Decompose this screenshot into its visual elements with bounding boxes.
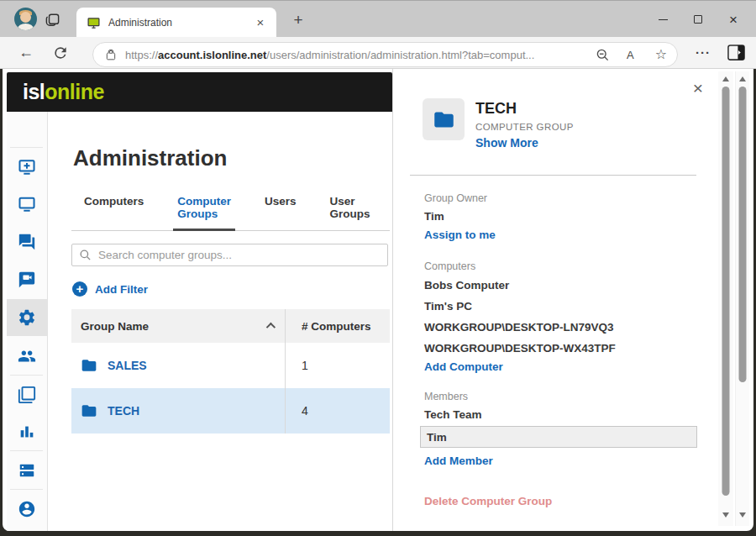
browser-menu-button[interactable]: ··· xyxy=(692,44,714,64)
avatar-body xyxy=(18,24,34,30)
add-computer-icon xyxy=(18,158,36,176)
add-filter-button[interactable]: + Add Filter xyxy=(72,281,148,297)
window-maximize-button[interactable] xyxy=(680,7,716,32)
tab-user-groups[interactable]: User Groups xyxy=(326,195,375,230)
sidebar-item-settings[interactable] xyxy=(7,299,47,336)
reports-bar-chart-icon xyxy=(18,423,36,441)
browser-tab-strip: Administration × + × xyxy=(0,0,756,37)
table-header-row: Group Name # Computers xyxy=(71,309,390,343)
sidebar-item-copy-sessions[interactable] xyxy=(7,376,47,413)
users-icon xyxy=(18,347,36,365)
settings-gear-icon xyxy=(18,308,36,327)
assign-to-me-link[interactable]: Assign to me xyxy=(424,229,496,241)
server-icon xyxy=(18,461,36,480)
tab-close-icon[interactable]: × xyxy=(253,15,268,30)
admin-tabs: Computers Computer Groups Users User Gro… xyxy=(71,195,390,231)
tab-users[interactable]: Users xyxy=(260,195,301,230)
group-detail-panel: × TECH COMPUTER GROUP Show More Group Ow… xyxy=(392,69,718,531)
sidebar-item-users[interactable] xyxy=(7,338,47,375)
sidebar-divider xyxy=(10,450,43,451)
tab-computer-groups[interactable]: Computer Groups xyxy=(173,195,235,231)
plus-circle-icon: + xyxy=(72,281,87,297)
logo-online: online xyxy=(45,80,104,103)
chat-icon xyxy=(18,233,36,251)
tab-favicon-monitor-icon xyxy=(87,16,101,30)
app-sidebar xyxy=(7,112,48,531)
sidebar-item-add-computer[interactable] xyxy=(7,149,47,186)
group-owner-value: Tim xyxy=(424,210,444,223)
window-minimize-button[interactable] xyxy=(645,7,680,32)
window-close-button[interactable]: × xyxy=(716,7,751,32)
sidebar-divider xyxy=(10,375,43,376)
column-header-group-name[interactable]: Group Name xyxy=(71,309,285,343)
computers-icon xyxy=(18,195,36,213)
panel-close-icon[interactable]: × xyxy=(689,80,707,98)
sidebar-item-reports[interactable] xyxy=(7,413,47,450)
search-icon xyxy=(79,249,92,261)
workspaces-icon[interactable] xyxy=(45,12,60,28)
member-item: Tech Team xyxy=(424,408,482,421)
computer-item: Tim's PC xyxy=(424,300,472,313)
window-controls: × xyxy=(645,1,751,38)
minimize-icon xyxy=(659,19,668,20)
column-header-computers[interactable]: # Computers xyxy=(285,309,390,343)
folder-icon xyxy=(81,402,97,419)
group-name-header-label: Group Name xyxy=(81,320,149,333)
tab-title: Administration xyxy=(108,17,253,29)
zoom-out-indicator-icon[interactable] xyxy=(596,48,610,62)
computer-count: 4 xyxy=(302,404,308,418)
back-button[interactable]: ← xyxy=(15,42,37,64)
sidebar-item-chat[interactable] xyxy=(7,223,47,260)
members-label: Members xyxy=(424,391,468,402)
maximize-icon xyxy=(694,15,702,24)
address-bar[interactable]: https://account.islonline.net/users/admi… xyxy=(92,42,678,67)
group-name-cell[interactable]: SALES xyxy=(81,357,147,374)
lock-icon[interactable] xyxy=(105,49,117,61)
sidebar-item-video-chat[interactable] xyxy=(7,261,47,298)
islonline-logo: islonline xyxy=(23,80,104,104)
scroll-down-arrow-icon[interactable] xyxy=(722,512,729,518)
computer-item: Bobs Computer xyxy=(424,279,509,292)
search-input[interactable] xyxy=(98,249,381,261)
scroll-down-arrow-icon[interactable] xyxy=(739,512,746,518)
new-tab-button[interactable]: + xyxy=(289,11,307,29)
add-computer-link[interactable]: Add Computer xyxy=(424,360,503,373)
computers-header-label: # Computers xyxy=(302,320,371,333)
panel-scrollbar-thumb[interactable] xyxy=(722,87,730,496)
url-host: account.islonline.net xyxy=(158,49,266,61)
logo-isl: isl xyxy=(23,80,45,103)
browser-scrollbar-thumb[interactable] xyxy=(739,87,747,382)
address-bar-actions: A ☆ xyxy=(596,48,667,62)
scroll-up-arrow-icon[interactable] xyxy=(722,76,729,81)
sidebar-item-computers[interactable] xyxy=(7,186,47,223)
computer-item: WORKGROUP\DESKTOP-LN79VQ3 xyxy=(424,321,614,334)
browser-scrollbar-track[interactable] xyxy=(735,71,749,526)
refresh-button[interactable] xyxy=(52,45,69,61)
browser-tab[interactable]: Administration × xyxy=(76,8,276,38)
close-icon: × xyxy=(729,13,738,27)
table-row-tech[interactable]: TECH 4 xyxy=(71,388,390,434)
search-box xyxy=(71,244,388,266)
profile-avatar[interactable] xyxy=(14,8,37,30)
video-chat-icon xyxy=(18,271,36,289)
table-row-sales[interactable]: SALES 1 xyxy=(71,343,390,388)
group-name-cell[interactable]: TECH xyxy=(81,402,139,419)
app-header: islonline xyxy=(7,72,392,112)
favorites-star-icon[interactable]: ☆ xyxy=(655,48,667,61)
add-member-link[interactable]: Add Member xyxy=(424,455,493,467)
sidebar-toggle-icon[interactable] xyxy=(727,45,745,60)
tab-computers[interactable]: Computers xyxy=(80,195,148,230)
account-icon xyxy=(18,500,36,518)
show-more-link[interactable]: Show More xyxy=(475,136,538,150)
group-title: TECH xyxy=(475,100,517,118)
sidebar-item-account[interactable] xyxy=(7,491,47,528)
url-path: /users/administration/administration.htm… xyxy=(266,49,534,61)
group-name-label: TECH xyxy=(108,404,139,418)
sidebar-item-servers[interactable] xyxy=(7,452,47,489)
scroll-up-arrow-icon[interactable] xyxy=(739,76,746,81)
browser-toolbar: ← https://account.islonline.net/users/ad… xyxy=(0,37,756,69)
member-item-highlighted[interactable]: Tim xyxy=(420,426,697,448)
read-aloud-icon[interactable]: A xyxy=(627,49,638,61)
delete-computer-group-link[interactable]: Delete Computer Group xyxy=(424,495,552,507)
panel-scrollbar-track[interactable] xyxy=(718,71,733,526)
